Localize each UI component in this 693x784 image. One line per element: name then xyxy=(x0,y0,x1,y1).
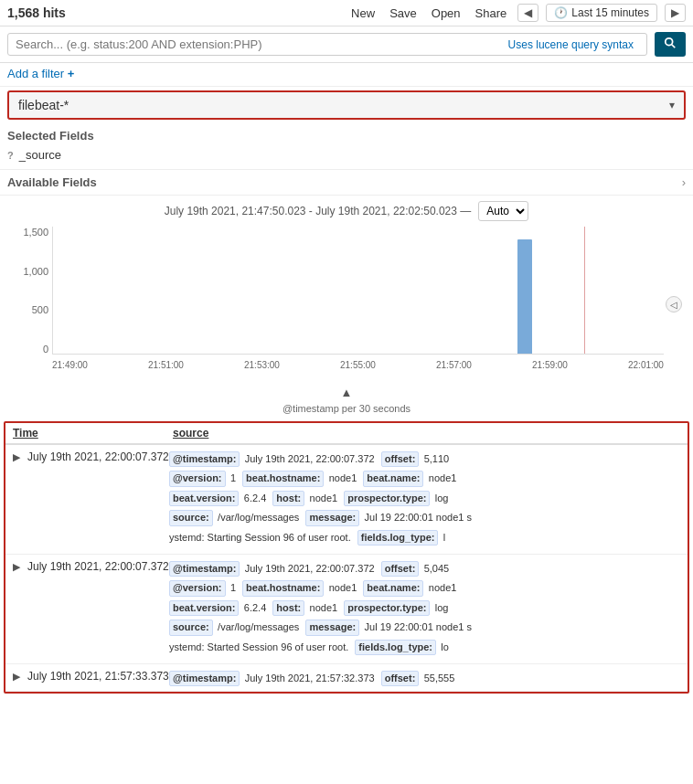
expand-icon[interactable]: ▶ xyxy=(13,560,24,573)
source-line: source: /var/log/messages message: Jul 1… xyxy=(169,509,680,526)
selected-fields-section: Selected Fields ? _source xyxy=(0,123,693,169)
search-icon xyxy=(664,37,677,49)
clock-icon: 🕐 xyxy=(554,6,568,19)
field-val: July 19th 2021, 22:00:07.372 xyxy=(245,563,378,574)
field-label: host: xyxy=(276,602,301,613)
y-label-500: 500 xyxy=(32,304,48,315)
table-row[interactable]: ▶ July 19th 2021, 21:57:33.373 @timestam… xyxy=(5,664,688,692)
field-val: 6.2.4 xyxy=(244,493,270,503)
field-label: offset: xyxy=(385,673,416,683)
table-row[interactable]: ▶ July 19th 2021, 22:00:07.372 @timestam… xyxy=(5,445,688,555)
field-label: offset: xyxy=(385,563,416,574)
source-line: ystemd: Started Session 96 of user root.… xyxy=(169,639,680,656)
field-label: beat.version: xyxy=(173,602,235,613)
col-time-header: Time xyxy=(13,427,173,440)
source-line: @timestamp: July 19th 2021, 22:00:07.372… xyxy=(169,560,680,577)
source-line: @timestamp: July 19th 2021, 22:00:07.372… xyxy=(169,450,680,468)
results-header: Time source xyxy=(5,423,688,445)
chart-red-line xyxy=(584,227,585,354)
search-input-wrap: Uses lucene query syntax xyxy=(7,33,647,56)
field-label: fields.log_type: xyxy=(361,532,435,543)
field-val: ystemd: Starting Session 96 of user root… xyxy=(169,532,354,543)
chart-time-range: July 19th 2021, 21:47:50.023 - July 19th… xyxy=(165,205,472,217)
available-fields-header[interactable]: Available Fields › xyxy=(0,169,693,195)
x-label-2157: 21:57:00 xyxy=(436,360,472,370)
chart-bar-container xyxy=(53,227,664,354)
y-label-0: 0 xyxy=(43,344,48,355)
add-filter-link[interactable]: Add a filter + xyxy=(7,67,74,80)
source-line: beat.version: 6.2.4 host: node1 prospect… xyxy=(169,599,680,617)
field-label: host: xyxy=(276,493,301,503)
field-val: 6.2.4 xyxy=(244,602,270,613)
lucene-hint[interactable]: Uses lucene query syntax xyxy=(508,38,634,51)
field-val: lo xyxy=(441,641,449,652)
chart-collapse-button[interactable]: ▲ xyxy=(7,382,686,403)
y-label-1500: 1,500 xyxy=(23,227,48,238)
hits-count: 1,568 hits xyxy=(7,5,66,20)
chart-wrap: 1,500 1,000 500 0 21:49:00 21:51:00 21:5… xyxy=(11,227,682,382)
field-val: /var/log/messages xyxy=(218,621,302,632)
next-button[interactable]: ▶ xyxy=(665,4,686,22)
svg-line-1 xyxy=(672,45,676,48)
field-val: 1 xyxy=(230,472,239,483)
source-line: source: /var/log/messages message: Jul 1… xyxy=(169,619,680,636)
field-val: 5,045 xyxy=(424,563,450,574)
x-label-2149: 21:49:00 xyxy=(52,360,88,370)
field-label: offset: xyxy=(385,453,416,464)
field-label: beat.version: xyxy=(173,493,235,503)
field-label: message: xyxy=(309,621,356,632)
field-val: node1 xyxy=(429,472,457,483)
available-fields-title: Available Fields xyxy=(7,175,97,189)
field-val: node1 xyxy=(329,582,360,593)
toolbar: 1,568 hits New Save Open Share ◀ 🕐 Last … xyxy=(0,0,693,26)
share-button[interactable]: Share xyxy=(472,5,511,22)
dropdown-arrow-icon: ▾ xyxy=(669,99,675,111)
field-val: Jul 19 22:00:01 node1 s xyxy=(365,512,472,523)
source-line: @timestamp: July 19th 2021, 21:57:32.373… xyxy=(169,670,680,687)
col-source-header: source xyxy=(173,427,680,440)
field-val: 5,110 xyxy=(424,453,450,464)
field-val: node1 xyxy=(310,602,341,613)
search-input[interactable] xyxy=(16,37,508,51)
add-filter-row: Add a filter + xyxy=(0,63,693,87)
result-time: July 19th 2021, 21:57:33.373 xyxy=(27,670,169,683)
x-label-2151: 21:51:00 xyxy=(148,360,184,370)
x-label-2155: 21:55:00 xyxy=(340,360,376,370)
field-type-icon: ? xyxy=(7,150,14,161)
field-label: beat.hostname: xyxy=(246,582,320,593)
chart-y-axis: 1,500 1,000 500 0 xyxy=(11,227,52,355)
interval-select[interactable]: Auto xyxy=(478,201,528,221)
field-label: @version: xyxy=(173,582,222,593)
field-label: message: xyxy=(309,512,356,523)
x-label-2153: 21:53:00 xyxy=(244,360,280,370)
field-val: node1 xyxy=(429,582,457,593)
expand-icon[interactable]: ▶ xyxy=(13,450,24,463)
results-section: Time source ▶ July 19th 2021, 22:00:07.3… xyxy=(4,421,689,694)
table-row[interactable]: ▶ July 19th 2021, 22:00:07.372 @timestam… xyxy=(5,555,688,664)
chart-x-labels: 21:49:00 21:51:00 21:53:00 21:55:00 21:5… xyxy=(52,356,664,382)
search-submit-button[interactable] xyxy=(655,32,686,57)
selected-fields-title: Selected Fields xyxy=(7,129,686,143)
field-val: ystemd: Started Session 96 of user root. xyxy=(169,641,351,652)
chart-section: July 19th 2021, 21:47:50.023 - July 19th… xyxy=(0,195,693,418)
open-button[interactable]: Open xyxy=(428,5,464,22)
save-button[interactable]: Save xyxy=(386,5,421,22)
index-pattern-bar[interactable]: filebeat-* ▾ xyxy=(7,90,686,120)
result-source: @timestamp: July 19th 2021, 22:00:07.372… xyxy=(169,450,680,548)
chevron-right-icon: › xyxy=(682,175,686,189)
time-range-picker[interactable]: 🕐 Last 15 minutes xyxy=(546,4,657,22)
field-label: @version: xyxy=(173,472,222,483)
expand-icon[interactable]: ▶ xyxy=(13,670,24,683)
chart-scroll-button[interactable]: ◁ xyxy=(666,296,682,313)
chart-area xyxy=(52,227,664,355)
source-line: beat.version: 6.2.4 host: node1 prospect… xyxy=(169,490,680,507)
field-name-label: _source xyxy=(19,148,61,162)
prev-button[interactable]: ◀ xyxy=(517,4,538,22)
result-time: July 19th 2021, 22:00:07.372 xyxy=(27,450,169,463)
source-line: @version: 1 beat.hostname: node1 beat.na… xyxy=(169,579,680,597)
toolbar-actions: New Save Open Share ◀ 🕐 Last 15 minutes … xyxy=(347,4,686,22)
x-label-2201: 22:01:00 xyxy=(628,360,664,370)
result-source: @timestamp: July 19th 2021, 21:57:32.373… xyxy=(169,670,680,689)
field-label: @timestamp: xyxy=(173,673,236,683)
new-button[interactable]: New xyxy=(347,5,378,22)
